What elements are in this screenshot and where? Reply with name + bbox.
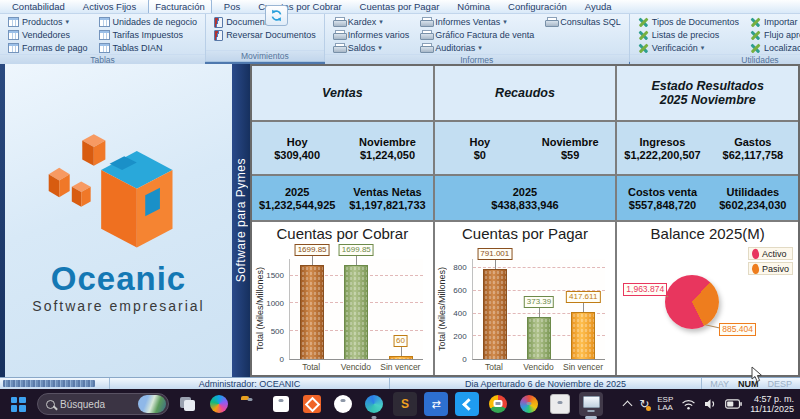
menu-tab-configuracion[interactable]: Configuración — [502, 0, 573, 13]
side-banner: Software para Pymes — [232, 64, 250, 377]
ribbon-item-verificacion[interactable]: Verificación▾ — [636, 42, 741, 54]
ribbon-item-formas-de-pago[interactable]: Formas de pago — [6, 42, 90, 54]
tray-chevron-up-icon[interactable] — [623, 401, 633, 411]
speaker-icon[interactable] — [704, 398, 717, 410]
sublime-text-icon[interactable]: S — [393, 392, 417, 416]
printer-icon — [545, 17, 557, 27]
ribbon-item-label: Flujo aprobación documentos — [764, 30, 800, 40]
ribbon-item-tarifas-impuestos[interactable]: Tarifas Impuestos — [97, 29, 200, 41]
file-explorer-icon[interactable] — [238, 392, 262, 416]
ribbon-group-tablas: Productos▾VendedoresFormas de pagoUnidad… — [0, 14, 206, 61]
pie-label-activo: 1,963.874 — [623, 283, 667, 296]
ribbon-item-saldos[interactable]: Saldos▾ — [331, 42, 412, 54]
taskbar-search[interactable]: Búsqueda — [37, 393, 169, 415]
ribbon-item-label: Gráfico Factura de venta — [435, 30, 534, 40]
plot-wrap: Total (Miles/Millones)0500100015001699.8… — [254, 243, 431, 375]
paint-icon[interactable] — [517, 392, 541, 416]
ribbon-item-listas-de-precios[interactable]: Listas de precios — [636, 29, 741, 41]
menu-tab-pos[interactable]: Pos — [218, 0, 246, 13]
metric-label: Noviembre — [542, 136, 599, 148]
table-icon — [8, 30, 19, 40]
x-tick-label: Vencido — [341, 362, 371, 372]
metric-label: Noviembre — [359, 136, 416, 148]
ribbon-item-importar-documentos[interactable]: Importar documentos — [748, 16, 800, 28]
dropdown-caret-icon: ▾ — [503, 18, 507, 26]
menu-tab-activos-fijos[interactable]: Activos Fijos — [77, 0, 142, 13]
metric-value: $1,197,821,733 — [349, 199, 425, 211]
ribbon-item-label: Saldos — [348, 43, 376, 53]
y-tick-label: 1500 — [262, 271, 284, 280]
ribbon-item-label: Listas de precios — [652, 30, 720, 40]
ribbon-item-label: Vendedores — [22, 30, 70, 40]
oceanic-erp-icon[interactable] — [579, 392, 603, 416]
ribbon-item-consultas-sql[interactable]: Consultas SQL — [543, 16, 623, 28]
vscode-icon[interactable] — [455, 392, 479, 416]
ribbon-item-unidades-de-negocio[interactable]: Unidades de negocio — [97, 16, 200, 28]
metric-label: Costos venta — [628, 186, 697, 198]
metric-noviembre: Noviembre$59 — [525, 122, 615, 174]
ribbon-item-informes-varios[interactable]: Informes varios — [331, 29, 412, 41]
copilot-icon[interactable] — [207, 392, 231, 416]
status-flag-desp: DESP — [767, 379, 792, 389]
metric-2025: 2025$438,833,946 — [435, 176, 616, 220]
chrome-icon[interactable] — [486, 392, 510, 416]
ribbon-item-grafico-factura-de-venta[interactable]: Gráfico Factura de venta — [418, 29, 536, 41]
summary-row: Ingresos$1,222,200,507Gastos$62,117,758 — [617, 122, 798, 174]
oceanic-logo — [40, 128, 198, 256]
menu-tab-cuentas-por-pagar[interactable]: Cuentas por Pagar — [354, 0, 446, 13]
ribbon-item-productos[interactable]: Productos▾ — [6, 16, 90, 28]
pie — [665, 275, 719, 329]
status-unreadable-text — [3, 380, 95, 387]
microsoft-365-icon[interactable] — [331, 392, 355, 416]
ribbon-item-informes-ventas[interactable]: Informes Ventas▾ — [418, 16, 536, 28]
ribbon-item-kardex[interactable]: Kardex▾ — [331, 16, 412, 28]
tray-sync-icon[interactable] — [639, 398, 649, 410]
menu-tab-ayuda[interactable]: Ayuda — [579, 0, 618, 13]
x-axis-labels: TotalVencidoSin vencer — [472, 362, 606, 375]
metric-label: 2025 — [285, 186, 309, 198]
ribbon-item-label: Tablas DIAN — [113, 43, 163, 53]
refresh-button[interactable] — [265, 5, 288, 26]
tray-language[interactable]: ESP LAA — [657, 396, 673, 413]
taskbar-icons: S⇄ — [176, 392, 603, 416]
metric-2025: 2025$1,232,544,925 — [252, 176, 342, 220]
start-button[interactable] — [6, 392, 30, 416]
ribbon-item-tipos-de-documentos[interactable]: Tipos de Documentos — [636, 16, 741, 28]
ribbon-item-localizaciones[interactable]: Localizaciones — [748, 42, 800, 54]
y-tick-label: 200 — [445, 332, 467, 341]
table-icon — [8, 17, 19, 27]
taskbar-clock[interactable]: 4:57 p. m. 11/11/2025 — [750, 394, 794, 414]
battery-icon[interactable] — [725, 399, 742, 409]
label-connector — [583, 303, 584, 312]
ribbon-item-vendedores[interactable]: Vendedores — [6, 29, 90, 41]
metric-label: Gastos — [734, 136, 771, 148]
photos-icon[interactable] — [548, 392, 572, 416]
metric-label: Utilidades — [727, 186, 780, 198]
metric-label: Hoy — [469, 136, 490, 148]
blue-arrows-app-icon[interactable]: ⇄ — [424, 392, 448, 416]
wifi-icon[interactable] — [681, 399, 696, 410]
menu-tab-facturacion[interactable]: Facturación — [148, 0, 212, 13]
ribbon-item-reversar-documentos[interactable]: Reversar Documentos — [212, 29, 318, 41]
microsoft-store-icon[interactable] — [269, 392, 293, 416]
y-tick-label: 0 — [445, 355, 467, 364]
side-banner-text: Software para Pymes — [234, 158, 248, 282]
plot-area: 1699.851699.8560 — [289, 259, 423, 360]
ribbon-group-utilidades: Tipos de DocumentosListas de preciosVeri… — [630, 14, 800, 61]
tools-icon — [750, 30, 761, 41]
orange-diamond-app-icon[interactable] — [300, 392, 324, 416]
ribbon-item-label: Informes Ventas — [435, 17, 500, 27]
y-tick-label: 800 — [445, 263, 467, 272]
windows-logo-icon — [11, 397, 26, 412]
y-axis-ticks: 0200400600800 — [448, 259, 470, 360]
ribbon-item-tablas-dian[interactable]: Tablas DIAN — [97, 42, 200, 54]
menu-tab-contabilidad[interactable]: Contabilidad — [6, 0, 71, 13]
menu-tab-nomina[interactable]: Nómina — [451, 0, 496, 13]
status-flag-num: NUM — [738, 379, 759, 389]
metric-hoy: Hoy$0 — [435, 122, 525, 174]
ribbon-item-auditorias[interactable]: Auditorias▾ — [418, 42, 536, 54]
plot-wrap: Total (Miles/Millones)0200400600800791.0… — [437, 243, 614, 375]
task-view-icon[interactable] — [176, 392, 200, 416]
edge-icon[interactable] — [362, 392, 386, 416]
ribbon-item-flujo-aprobacion-documentos[interactable]: Flujo aprobación documentos — [748, 29, 800, 41]
